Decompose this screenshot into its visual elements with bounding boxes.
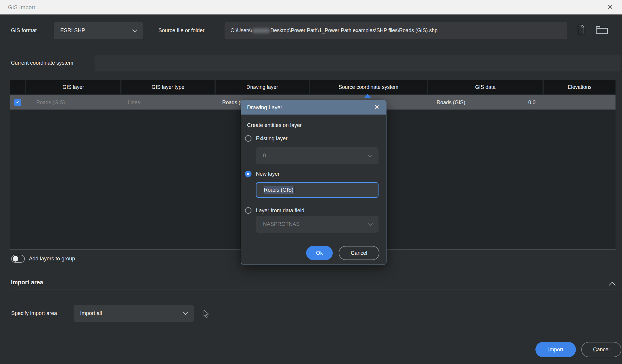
create-entities-label: Create entities on layer [247,119,302,131]
file-icon[interactable] [577,25,585,36]
dialog-cancel-button[interactable]: Cancel [339,246,379,260]
column-header-source-coordinate-system[interactable]: Source coordinate system [310,80,427,94]
dialog-close-icon[interactable]: ✕ [371,100,382,114]
selected-text: Roads (GIS) [264,186,294,194]
source-file-label: Source file or folder [158,22,204,39]
column-header-gis-layer[interactable]: GIS layer [26,80,120,94]
existing-layer-label: Existing layer [256,133,288,144]
caret-up-indicator [364,94,371,98]
chevron-down-icon [182,310,189,317]
cell-gis-layer: Roads (GIS) [36,95,65,110]
dialog-ok-button[interactable]: Ok [306,246,333,260]
chevron-up-icon[interactable] [608,281,616,287]
chevron-down-icon [131,27,138,34]
column-header-drawing-layer[interactable]: Drawing layer [216,80,309,94]
cell-gis-layer-type: Lines [128,95,140,110]
add-layers-toggle-label: Add layers to group [29,255,75,263]
source-path-suffix: Desktop\Power Path\1_Power Path examples… [270,27,438,33]
gis-format-label: GIS format [11,22,37,39]
toggle-knob [13,256,18,262]
radio-icon [245,207,251,214]
cell-elevations: 0.0 [528,95,535,110]
window-titlebar: GIS Import ✕ [0,0,622,14]
layer-from-data-field-value: NASPROTNAS [263,221,300,227]
column-header-gis-layer-type[interactable]: GIS layer type [121,80,215,94]
dialog-title: Drawing Layer [247,100,282,115]
section-divider [11,290,622,290]
window-title: GIS Import [8,0,35,14]
window-close-icon[interactable]: ✕ [604,0,616,14]
coordinate-system-input[interactable] [95,55,621,71]
column-header-checkbox [10,80,25,94]
specify-import-area-label: Specify import area [11,305,57,322]
new-layer-name-input[interactable]: Roads (GIS) [256,182,379,198]
gis-format-value: ESRI SHP [60,27,85,33]
import-area-title: Import area [11,279,43,286]
existing-layer-value: 0 [263,153,266,159]
drawing-layer-dialog: Drawing Layer ✕ Create entities on layer… [241,100,386,265]
redacted-username [253,28,270,33]
add-layers-toggle[interactable] [11,255,25,263]
radio-icon [245,135,251,142]
specify-import-area-value: Import all [80,310,102,316]
source-path-prefix: C:\Users\ [230,27,252,33]
existing-layer-select[interactable]: 0 [256,147,379,164]
dialog-header[interactable]: Drawing Layer ✕ [241,100,386,115]
column-header-elevations[interactable]: Elevations [544,80,615,94]
specify-import-area-select[interactable]: Import all [74,305,194,322]
coordinate-system-label: Current coordinate system [11,55,73,71]
text-cursor [294,186,294,193]
new-layer-label: New layer [256,168,280,180]
layer-from-data-field-label: Layer from data field [256,205,304,216]
row-checkbox[interactable]: ✓ [14,99,21,106]
cancel-button[interactable]: Cancel [581,342,621,357]
cursor-arrow-icon[interactable] [202,309,211,320]
column-header-gis-data[interactable]: GIS data [428,80,543,94]
chevron-down-icon [367,221,374,228]
layer-from-data-field-select[interactable]: NASPROTNAS [256,216,379,233]
source-path-input[interactable]: C:\Users\Desktop\Power Path\1_Power Path… [225,22,567,39]
cell-gis-data: Roads (GIS) [436,95,465,110]
import-button[interactable]: Import [535,342,576,357]
gis-import-window: GIS Import ✕ GIS format ESRI SHP Source … [0,0,622,364]
chevron-down-icon [367,152,374,159]
folder-open-icon[interactable] [596,26,608,35]
gis-format-select[interactable]: ESRI SHP [54,22,143,39]
radio-selected-icon [245,171,251,177]
